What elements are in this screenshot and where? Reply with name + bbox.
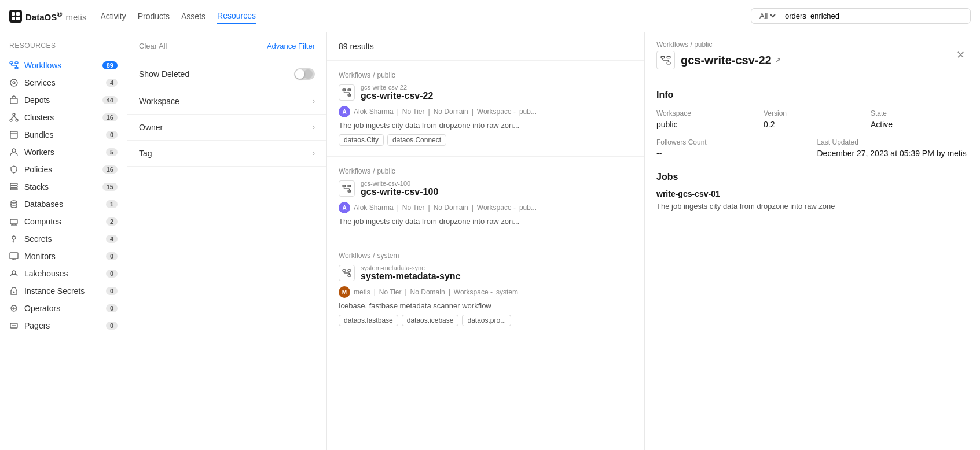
clear-all-button[interactable]: Clear All xyxy=(139,42,167,50)
database-icon xyxy=(9,200,19,209)
result-card-1[interactable]: Workflows / public gcs-write-csv-22 gcs-… xyxy=(327,61,644,157)
svg-rect-56 xyxy=(348,270,351,271)
result-workflow-icon-2 xyxy=(339,180,355,197)
result-workflow-icon-1 xyxy=(339,84,355,101)
sidebar-item-instance-secrets[interactable]: Instance Secrets 0 xyxy=(0,282,127,300)
sidebar-badge-operators: 0 xyxy=(106,304,118,312)
detail-name: gcs-write-csv-22 ↗ xyxy=(681,54,781,67)
sidebar-badge-workers: 5 xyxy=(106,148,118,156)
owner-filter[interactable]: Owner › xyxy=(127,115,326,141)
cluster-icon xyxy=(9,113,19,122)
sidebar-item-databases[interactable]: Databases 1 xyxy=(0,196,127,213)
svg-rect-44 xyxy=(348,89,351,91)
jobs-title: Jobs xyxy=(656,172,968,182)
tag-filter[interactable]: Tag › xyxy=(127,141,326,167)
result-name-2: gcs-write-csv-100 xyxy=(361,187,438,197)
sidebar-item-lakehouses[interactable]: Lakehouses 0 xyxy=(0,265,127,282)
detail-title-row: gcs-write-csv-22 ↗ xyxy=(656,51,781,69)
filter-header: Clear All Advance Filter xyxy=(127,32,326,60)
instance-secret-icon xyxy=(9,286,19,296)
tag-filter-label: Tag xyxy=(139,149,152,158)
result-card-3[interactable]: Workflows / system system-metadata-sync … xyxy=(327,241,644,337)
sidebar-item-operators[interactable]: Operators 0 xyxy=(0,300,127,317)
result-title-row-3: system-metadata-sync system-metadata-syn… xyxy=(339,264,633,282)
sidebar-item-bundles[interactable]: Bundles 0 xyxy=(0,126,127,143)
sidebar-label-depots: Depots xyxy=(24,95,97,105)
svg-point-21 xyxy=(12,149,16,152)
svg-rect-55 xyxy=(343,270,346,271)
state-field: State Active xyxy=(871,109,968,129)
result-name-group-1: gcs-write-csv-22 gcs-write-csv-22 xyxy=(361,84,433,101)
result-tag-city[interactable]: dataos.City xyxy=(339,134,384,146)
svg-rect-19 xyxy=(10,131,17,138)
nav-resources[interactable]: Resources xyxy=(217,9,256,24)
result-sub-3: system-metadata-sync xyxy=(361,264,461,271)
sidebar-badge-instance-secrets: 0 xyxy=(106,287,118,295)
top-nav: DataOS® metis Activity Products Assets R… xyxy=(0,0,980,32)
result-tag-pro[interactable]: dataos.pro... xyxy=(462,315,511,326)
show-deleted-toggle[interactable] xyxy=(294,68,315,80)
result-breadcrumb-3: Workflows / system xyxy=(339,252,633,260)
svg-rect-2 xyxy=(16,12,20,16)
svg-rect-62 xyxy=(667,56,670,58)
svg-point-25 xyxy=(11,201,17,203)
result-tag-fastbase[interactable]: dataos.fastbase xyxy=(339,315,398,326)
result-tag-connect[interactable]: dataos.Connect xyxy=(387,134,446,146)
sidebar-item-clusters[interactable]: Clusters 16 xyxy=(0,109,127,126)
result-title-row-1: gcs-write-csv-22 gcs-write-csv-22 xyxy=(339,84,633,101)
last-updated-field: Last Updated December 27, 2023 at 05:39 … xyxy=(817,138,969,158)
last-updated-label: Last Updated xyxy=(817,138,969,146)
sidebar-label-secrets: Secrets xyxy=(24,234,100,244)
advance-filter-button[interactable]: Advance Filter xyxy=(267,42,315,50)
close-detail-button[interactable]: ✕ xyxy=(952,47,968,63)
svg-point-14 xyxy=(13,113,15,116)
sidebar-item-monitors[interactable]: Monitors 0 xyxy=(0,248,127,265)
result-meta-3: M metis | No Tier | No Domain | Workspac… xyxy=(339,286,633,298)
sidebar-item-secrets[interactable]: Secrets 4 xyxy=(0,230,127,248)
detail-breadcrumb: Workflows / public xyxy=(656,40,781,49)
result-card-2[interactable]: Workflows / public gcs-write-csv-100 gcs… xyxy=(327,157,644,241)
sidebar-label-clusters: Clusters xyxy=(24,113,97,122)
svg-rect-13 xyxy=(10,98,17,104)
search-type-select[interactable]: All xyxy=(757,11,777,21)
svg-point-12 xyxy=(13,82,15,84)
external-link-icon[interactable]: ↗ xyxy=(775,56,781,64)
nav-activity[interactable]: Activity xyxy=(100,9,126,23)
sidebar-label-bundles: Bundles xyxy=(24,130,100,139)
sidebar-label-services: Services xyxy=(24,78,100,87)
sidebar-item-pagers[interactable]: Pagers 0 xyxy=(0,317,127,334)
workflow-icon xyxy=(9,61,19,70)
nav-products[interactable]: Products xyxy=(138,9,170,23)
sidebar-badge-services: 4 xyxy=(106,79,118,87)
secret-icon xyxy=(9,234,19,244)
sidebar-item-workflows[interactable]: Workflows 89 xyxy=(0,57,127,74)
detail-workflow-icon xyxy=(656,51,675,69)
followers-value: -- xyxy=(656,149,808,158)
sidebar-item-workers[interactable]: Workers 5 xyxy=(0,143,127,161)
followers-label: Followers Count xyxy=(656,138,808,146)
monitor-icon xyxy=(9,252,19,261)
filter-panel: Clear All Advance Filter Show Deleted Wo… xyxy=(127,32,327,450)
sidebar-item-services[interactable]: Services 4 xyxy=(0,74,127,91)
search-input[interactable] xyxy=(785,12,964,20)
sidebar-badge-policies: 16 xyxy=(102,165,118,174)
sidebar-item-policies[interactable]: Policies 16 xyxy=(0,161,127,178)
result-tags-3: dataos.fastbase dataos.icebase dataos.pr… xyxy=(339,315,633,326)
sidebar-item-depots[interactable]: Depots 44 xyxy=(0,91,127,109)
state-label: State xyxy=(871,109,968,117)
sidebar-item-stacks[interactable]: Stacks 15 xyxy=(0,178,127,196)
result-avatar-1: A xyxy=(339,106,350,117)
owner-filter-label: Owner xyxy=(139,123,163,132)
result-avatar-3: M xyxy=(339,286,350,298)
result-meta-2: A Alok Sharma | No Tier | No Domain | Wo… xyxy=(339,202,633,213)
result-desc-3: Icebase, fastbase metadata scanner workf… xyxy=(339,301,633,310)
workspace-filter[interactable]: Workspace › xyxy=(127,88,326,115)
depot-icon xyxy=(9,95,19,105)
nav-assets[interactable]: Assets xyxy=(181,9,205,23)
info-section: Info Workspace public Version 0.2 State … xyxy=(656,90,968,158)
result-meta-1: A Alok Sharma | No Tier | No Domain | Wo… xyxy=(339,106,633,117)
last-updated-value: December 27, 2023 at 05:39 PM by metis xyxy=(817,149,969,158)
search-bar: All xyxy=(751,8,971,24)
sidebar-item-computes[interactable]: Computes 2 xyxy=(0,213,127,230)
result-tag-icebase[interactable]: dataos.icebase xyxy=(402,315,459,326)
